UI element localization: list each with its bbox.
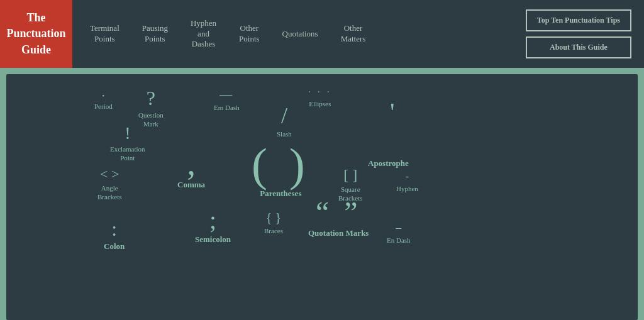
exclamation-symbol: ! [125, 124, 130, 142]
quotation-marks-item[interactable]: “ ” Quotation Marks [308, 199, 369, 239]
question-mark-item[interactable]: ? Question Mark [138, 88, 164, 129]
parentheses-symbol: ( ) [252, 143, 310, 186]
square-brackets-symbol: [ ] [343, 167, 357, 182]
hyphen-symbol: ‐ [406, 172, 409, 182]
apostrophe-symbol-item: ' [390, 99, 395, 126]
em-dash-item[interactable]: — Em Dash [214, 88, 240, 112]
apostrophe-item[interactable]: Apostrophe [368, 156, 409, 169]
angle-brackets-item[interactable]: < > Angle Brackets [97, 167, 121, 202]
logo-text: The Punctuation Guide [6, 10, 65, 58]
en-dash-symbol: – [396, 222, 401, 233]
about-guide-button[interactable]: About This Guide [526, 36, 631, 58]
period-symbol: • [103, 93, 105, 99]
nav-terminal-points[interactable]: Terminal Points [79, 17, 131, 51]
top-ten-tips-button[interactable]: Top Ten Punctuation Tips [526, 9, 631, 31]
slash-label: Slash [277, 130, 292, 138]
ellipses-label: Ellipses [309, 99, 331, 108]
semicolon-label: Semicolon [195, 234, 231, 245]
nav-other-points[interactable]: Other Points [228, 17, 271, 51]
en-dash-item[interactable]: – En Dash [387, 222, 411, 245]
em-dash-label: Em Dash [214, 103, 240, 112]
main-content: • Period ? Question Mark — Em Dash · · ·… [6, 74, 638, 320]
semicolon-item[interactable]: ; Semicolon [195, 209, 231, 245]
hyphen-label: Hyphen [396, 184, 418, 193]
ellipses-symbol: · · · [308, 88, 332, 97]
exclamation-label: Exclamation Point [110, 145, 145, 163]
period-label: Period [94, 102, 113, 111]
angle-brackets-label: Angle Brackets [97, 184, 121, 202]
colon-symbol: : [111, 219, 117, 239]
apostrophe-label: Apostrophe [368, 158, 409, 169]
comma-symbol: , [187, 150, 196, 177]
colon-item[interactable]: : Colon [104, 219, 125, 252]
em-dash-symbol: — [219, 88, 233, 101]
angle-brackets-symbol: < > [100, 167, 119, 181]
braces-item[interactable]: { } Braces [264, 211, 283, 235]
nav-pausing-points[interactable]: Pausing Points [131, 17, 179, 51]
colon-label: Colon [104, 241, 125, 252]
quotation-marks-symbol: “ ” [316, 199, 362, 226]
nav-other-matters[interactable]: Other Matters [330, 17, 377, 51]
braces-label: Braces [264, 226, 283, 235]
nav-hyphen-dashes[interactable]: Hyphen and Dashes [179, 12, 228, 57]
nav-buttons: Top Ten Punctuation Tips About This Guid… [513, 0, 644, 68]
en-dash-label: En Dash [387, 236, 411, 245]
slash-symbol: / [281, 104, 287, 127]
main-nav: Terminal Points Pausing Points Hyphen an… [72, 0, 513, 68]
parentheses-label: Parentheses [260, 189, 301, 199]
logo[interactable]: The Punctuation Guide [0, 0, 72, 68]
apostrophe-symbol: ' [390, 99, 395, 126]
semicolon-symbol: ; [209, 209, 216, 232]
braces-symbol: { } [266, 211, 281, 224]
quotation-marks-label: Quotation Marks [308, 228, 369, 239]
ellipses-item[interactable]: · · · Ellipses [308, 88, 332, 108]
slash-item[interactable]: / Slash [277, 104, 292, 138]
comma-item[interactable]: , Comma [177, 150, 205, 190]
nav-quotations[interactable]: Quotations [271, 23, 330, 46]
comma-label: Comma [177, 180, 205, 190]
header: The Punctuation Guide Terminal Points Pa… [0, 0, 644, 68]
hyphen-item[interactable]: ‐ Hyphen [396, 172, 418, 193]
period-item[interactable]: • Period [94, 93, 113, 111]
exclamation-item[interactable]: ! Exclamation Point [110, 124, 145, 163]
question-mark-symbol: ? [147, 88, 155, 108]
parentheses-item[interactable]: ( ) Parentheses [252, 143, 310, 199]
